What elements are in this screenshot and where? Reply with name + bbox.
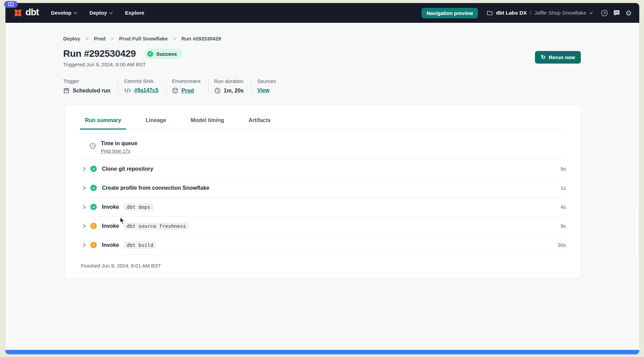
nav-menu-item[interactable]: Develop [51, 10, 77, 16]
step-label: Invoke [102, 242, 119, 248]
breadcrumb-item[interactable]: Deploy [63, 36, 80, 41]
meta-value: 1m, 20s [224, 88, 244, 94]
step-status-icon [90, 185, 97, 191]
page-title: Run #292530429 [63, 48, 136, 59]
database-icon [172, 87, 178, 94]
breadcrumb-item[interactable]: Run #292530429 [181, 36, 221, 41]
calendar-icon [63, 87, 70, 94]
step-command-code: dbt build [124, 241, 157, 249]
nav-menu-item[interactable]: Deploy [89, 10, 113, 16]
step-duration: 30s [558, 242, 566, 248]
run-detail-card: Run summaryLineageModel timingArtifacts … [65, 105, 582, 278]
time-in-queue-section: Time in queue Prep time 17s [80, 130, 566, 159]
step-duration: 4s [560, 204, 566, 210]
run-step-row[interactable]: Clone git repository 9s [80, 159, 566, 178]
code-icon [124, 88, 131, 93]
clock-icon [89, 142, 96, 149]
run-step-row[interactable]: ! Invoke dbt build 30s [80, 236, 566, 255]
breadcrumb-separator: > [173, 36, 176, 41]
chevron-right-icon[interactable] [82, 205, 86, 209]
rerun-button-label: Rerun now [549, 54, 575, 60]
rerun-icon: ↻ [541, 54, 545, 60]
step-duration: 9s [560, 166, 566, 172]
meta-label: Environment [172, 78, 200, 84]
success-check-icon [147, 51, 153, 57]
navbar-icons: ? ⚙ [601, 10, 632, 17]
meta-label: Commit SHA [124, 78, 158, 84]
step-label: Clone git repository [102, 166, 153, 172]
settings-gear-icon[interactable]: ⚙ [625, 10, 632, 17]
navigation-preview-button[interactable]: Navigation preview [422, 8, 478, 18]
run-step-row[interactable]: Invoke dbt deps 4s [80, 198, 566, 217]
step-label: Create profile from connection Snowflake [102, 185, 210, 191]
meta-column: Commit SHA #9a147c5 [124, 78, 166, 94]
status-badge-label: Success [156, 51, 177, 57]
meta-value[interactable]: #9a147c5 [134, 87, 158, 94]
nav-menu-item[interactable]: Explore [125, 10, 144, 16]
meta-column: Run duration 1m, 20s [214, 78, 252, 94]
clock-icon [214, 87, 221, 94]
meta-label: Sources [257, 78, 276, 84]
breadcrumb-item[interactable]: Prod Full Snowflake [119, 36, 168, 41]
step-duration: 1s [560, 185, 566, 191]
chevron-down-icon [589, 12, 593, 14]
scrollbar-thumb[interactable] [636, 209, 638, 259]
navbar-right: Navigation preview dbt Labs DX / Jaffle … [422, 8, 632, 18]
help-icon[interactable]: ? [601, 10, 608, 17]
step-label: Invoke [102, 204, 119, 210]
run-step-row[interactable]: Create profile from connection Snowflake… [80, 178, 566, 198]
nav-menu-label: Develop [51, 10, 71, 16]
step-status-icon: ! [90, 223, 97, 229]
project-name: Jaffle Shop Snowflake [534, 10, 586, 16]
tab-artifacts[interactable]: Artifacts [244, 117, 275, 130]
tab-model-timing[interactable]: Model timing [186, 117, 229, 130]
chevron-down-icon [109, 12, 113, 14]
step-duration: 9s [560, 223, 566, 229]
account-project-selector[interactable]: dbt Labs DX / Jaffle Shop Snowflake [487, 10, 593, 16]
step-command-code: dbt source freshness [124, 222, 189, 230]
window-bottom-bar [5, 350, 639, 354]
meta-label: Trigger [63, 78, 110, 84]
chevron-down-icon [74, 12, 77, 14]
page-content: Deploy>Prod>Prod Full Snowflake>Run #292… [5, 23, 639, 350]
meta-column: Trigger Scheduled run [63, 78, 118, 94]
step-status-icon: ! [90, 242, 97, 248]
run-meta-strip: Trigger Scheduled run Commit SHA #9a147c… [63, 78, 581, 94]
rerun-now-button[interactable]: ↻ Rerun now [535, 51, 581, 64]
step-status-icon [90, 204, 97, 210]
dbt-logo-icon [13, 8, 23, 18]
dbt-logo-text: dbt [25, 8, 39, 18]
meta-value[interactable]: Prod [181, 88, 194, 94]
meta-column: Sources View [257, 78, 283, 94]
triggered-timestamp: Triggered Jun 9, 2024, 8:00 AM BST [63, 62, 581, 67]
session-badge[interactable] [4, 1, 18, 8]
top-navbar: dbt Develop Deploy Explore Navigation pr… [5, 3, 639, 23]
account-name: dbt Labs DX [496, 10, 526, 16]
status-badge: Success [145, 49, 182, 59]
chevron-right-icon[interactable] [82, 167, 86, 171]
run-step-row[interactable]: ! Invoke dbt source freshness 9s [80, 217, 566, 236]
app-window: dbt Develop Deploy Explore Navigation pr… [5, 3, 639, 354]
prep-time-link[interactable]: Prep time 17s [101, 148, 130, 154]
queue-title: Time in queue [101, 140, 137, 147]
feedback-chat-icon[interactable] [613, 10, 620, 16]
dbt-logo[interactable]: dbt [13, 8, 39, 18]
step-label: Invoke [102, 223, 119, 229]
chevron-right-icon[interactable] [82, 186, 86, 190]
meta-value: Scheduled run [73, 88, 110, 94]
breadcrumb-separator: > [111, 36, 113, 41]
tab-run-summary[interactable]: Run summary [80, 117, 126, 130]
screen-share-icon [8, 2, 14, 7]
folder-icon [487, 10, 493, 16]
breadcrumb: Deploy>Prod>Prod Full Snowflake>Run #292… [63, 23, 581, 41]
meta-value[interactable]: View [257, 87, 269, 94]
step-command-code: dbt deps [124, 203, 154, 211]
finished-timestamp: Finished Jun 9, 2024, 8:01 AM BST [80, 255, 566, 278]
breadcrumb-item[interactable]: Prod [94, 36, 105, 41]
chevron-right-icon[interactable] [82, 224, 86, 228]
tab-lineage[interactable]: Lineage [141, 117, 171, 130]
chevron-right-icon[interactable] [82, 243, 86, 248]
meta-label: Run duration [214, 78, 244, 84]
svg-text:?: ? [603, 11, 606, 15]
nav-menus: Develop Deploy Explore [51, 10, 144, 16]
